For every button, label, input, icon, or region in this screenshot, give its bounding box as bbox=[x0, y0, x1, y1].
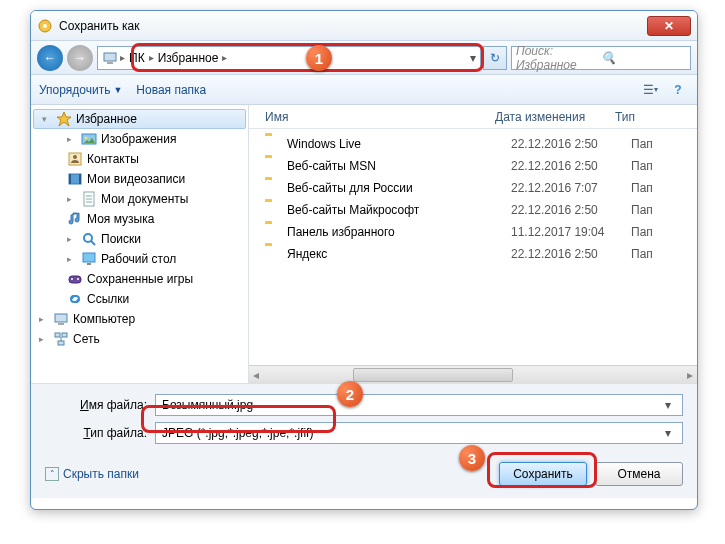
back-button[interactable]: ← bbox=[37, 45, 63, 71]
column-headers[interactable]: Имя Дата изменения Тип bbox=[249, 105, 697, 129]
expand-icon[interactable]: ▸ bbox=[67, 194, 77, 204]
expand-icon[interactable]: ▸ bbox=[67, 234, 77, 244]
video-icon bbox=[67, 171, 83, 187]
save-button[interactable]: Сохранить bbox=[499, 462, 587, 486]
search-input[interactable]: Поиск: Избранное 🔍 bbox=[511, 46, 691, 70]
tree-music[interactable]: Моя музыка bbox=[31, 209, 248, 229]
file-list-area: Имя Дата изменения Тип Windows Live22.12… bbox=[249, 105, 697, 383]
file-name: Windows Live bbox=[287, 137, 511, 151]
file-row[interactable]: Яндекс22.12.2016 2:50Пап bbox=[249, 243, 697, 265]
svg-point-5 bbox=[85, 137, 88, 140]
chevron-down-icon: ▼ bbox=[113, 85, 122, 95]
file-date: 22.12.2016 2:50 bbox=[511, 247, 631, 261]
file-list[interactable]: Windows Live22.12.2016 2:50ПапВеб-сайты … bbox=[249, 129, 697, 365]
column-name[interactable]: Имя bbox=[265, 110, 495, 124]
file-date: 22.12.2016 7:07 bbox=[511, 181, 631, 195]
computer-icon bbox=[102, 50, 118, 66]
expand-icon[interactable]: ▸ bbox=[67, 134, 77, 144]
hide-folders-toggle[interactable]: ˄Скрыть папки bbox=[45, 467, 139, 481]
filename-input[interactable]: Безымянный.jpg▾ bbox=[155, 394, 683, 416]
file-date: 22.12.2016 2:50 bbox=[511, 137, 631, 151]
file-type: Пап bbox=[631, 159, 653, 173]
scroll-left-icon[interactable]: ◂ bbox=[249, 368, 263, 382]
dropdown-icon[interactable]: ▾ bbox=[660, 426, 676, 440]
breadcrumb-favorites[interactable]: Избранное bbox=[156, 51, 221, 65]
tree-images[interactable]: ▸Изображения bbox=[31, 129, 248, 149]
svg-rect-10 bbox=[79, 174, 81, 184]
file-row[interactable]: Панель избранного11.12.2017 19:04Пап bbox=[249, 221, 697, 243]
tree-savedgames[interactable]: Сохраненные игры bbox=[31, 269, 248, 289]
column-date[interactable]: Дата изменения bbox=[495, 110, 615, 124]
file-row[interactable]: Windows Live22.12.2016 2:50Пап bbox=[249, 133, 697, 155]
filetype-dropdown[interactable]: JPEG (*.jpg;*.jpeg;*.jpe;*.jfif)▾ bbox=[155, 422, 683, 444]
refresh-button[interactable]: ↻ bbox=[483, 46, 507, 70]
svg-rect-9 bbox=[69, 174, 71, 184]
scrollbar-thumb[interactable] bbox=[353, 368, 513, 382]
organize-menu[interactable]: Упорядочить ▼ bbox=[39, 83, 122, 97]
file-row[interactable]: Веб-сайты для России22.12.2016 7:07Пап bbox=[249, 177, 697, 199]
svg-rect-23 bbox=[58, 323, 64, 325]
new-folder-button[interactable]: Новая папка bbox=[136, 83, 206, 97]
toolbar: Упорядочить ▼ Новая папка ☰▾ ? bbox=[31, 75, 697, 105]
file-row[interactable]: Веб-сайты MSN22.12.2016 2:50Пап bbox=[249, 155, 697, 177]
file-name: Веб-сайты MSN bbox=[287, 159, 511, 173]
tree-documents[interactable]: ▸Мои документы bbox=[31, 189, 248, 209]
svg-rect-2 bbox=[104, 53, 116, 61]
images-icon bbox=[81, 131, 97, 147]
chevron-down-icon: ▾ bbox=[654, 85, 658, 94]
svg-rect-18 bbox=[87, 263, 91, 265]
dropdown-icon[interactable]: ▾ bbox=[660, 398, 676, 412]
help-icon: ? bbox=[674, 83, 681, 97]
view-icon: ☰ bbox=[643, 83, 654, 97]
expand-icon[interactable]: ▸ bbox=[67, 254, 77, 264]
titlebar[interactable]: Сохранить как ✕ bbox=[31, 11, 697, 41]
horizontal-scrollbar[interactable]: ◂ ▸ bbox=[249, 365, 697, 383]
cancel-button[interactable]: Отмена bbox=[595, 462, 683, 486]
file-type: Пап bbox=[631, 203, 653, 217]
documents-icon bbox=[81, 191, 97, 207]
links-icon bbox=[67, 291, 83, 307]
expand-icon[interactable]: ▸ bbox=[39, 334, 49, 344]
refresh-icon: ↻ bbox=[490, 51, 500, 65]
tree-desktop[interactable]: ▸Рабочий стол bbox=[31, 249, 248, 269]
svg-rect-24 bbox=[55, 333, 60, 337]
games-icon bbox=[67, 271, 83, 287]
address-bar[interactable]: ▸ ПК ▸ Избранное ▸ ▾ bbox=[97, 46, 481, 70]
view-options-button[interactable]: ☰▾ bbox=[639, 79, 661, 101]
column-type[interactable]: Тип bbox=[615, 110, 697, 124]
expand-icon[interactable]: ▾ bbox=[42, 114, 52, 124]
breadcrumb-pc[interactable]: ПК bbox=[127, 51, 147, 65]
tree-searches[interactable]: ▸Поиски bbox=[31, 229, 248, 249]
dialog-footer: ˄Скрыть папки Сохранить Отмена bbox=[45, 462, 683, 486]
close-button[interactable]: ✕ bbox=[647, 16, 691, 36]
expand-icon[interactable]: ▸ bbox=[39, 314, 49, 324]
file-date: 22.12.2016 2:50 bbox=[511, 159, 631, 173]
file-name: Яндекс bbox=[287, 247, 511, 261]
file-row[interactable]: Веб-сайты Майкрософт22.12.2016 2:50Пап bbox=[249, 199, 697, 221]
file-type: Пап bbox=[631, 225, 653, 239]
bottom-panel: Имя файла: Безымянный.jpg▾ Тип файла: JP… bbox=[31, 383, 697, 498]
music-icon bbox=[67, 211, 83, 227]
chevron-up-icon: ˄ bbox=[45, 467, 59, 481]
tree-network[interactable]: ▸Сеть bbox=[31, 329, 248, 349]
svg-point-21 bbox=[77, 278, 79, 280]
tree-videos[interactable]: Мои видеозаписи bbox=[31, 169, 248, 189]
filetype-field: Тип файла: JPEG (*.jpg;*.jpeg;*.jpe;*.jf… bbox=[45, 422, 683, 444]
save-as-dialog: Сохранить как ✕ ← → ▸ ПК ▸ Избранное ▸ ▾… bbox=[30, 10, 698, 510]
forward-button[interactable]: → bbox=[67, 45, 93, 71]
tree-contacts[interactable]: Контакты bbox=[31, 149, 248, 169]
star-icon bbox=[56, 111, 72, 127]
svg-rect-19 bbox=[69, 276, 81, 283]
computer-icon bbox=[53, 311, 69, 327]
dropdown-icon[interactable]: ▾ bbox=[470, 51, 476, 65]
help-button[interactable]: ? bbox=[667, 79, 689, 101]
svg-rect-26 bbox=[58, 341, 64, 345]
folder-tree[interactable]: ▾Избранное ▸Изображения Контакты Мои вид… bbox=[31, 105, 249, 383]
tree-links[interactable]: Ссылки bbox=[31, 289, 248, 309]
scroll-right-icon[interactable]: ▸ bbox=[683, 368, 697, 382]
tree-favorites[interactable]: ▾Избранное bbox=[33, 109, 246, 129]
file-name: Веб-сайты для России bbox=[287, 181, 511, 195]
chevron-right-icon: ▸ bbox=[120, 52, 125, 63]
svg-point-20 bbox=[71, 278, 73, 280]
tree-computer[interactable]: ▸Компьютер bbox=[31, 309, 248, 329]
